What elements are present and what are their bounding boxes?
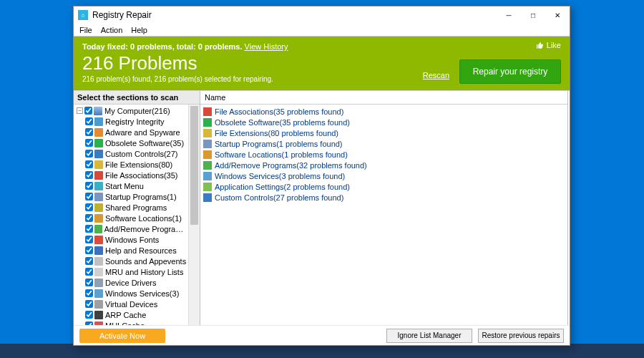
tree-item-checkbox[interactable] [85, 300, 93, 308]
result-label: Windows Services(3 problems found) [215, 172, 345, 180]
ignore-list-manager-button[interactable]: Ignore List Manager [386, 329, 472, 343]
repair-registry-button[interactable]: Repair your registry [459, 59, 561, 84]
section-icon [94, 257, 103, 266]
section-icon [94, 214, 103, 223]
section-icon [94, 139, 103, 147]
tree-root[interactable]: − My Computer(216) [74, 105, 188, 116]
section-icon [94, 246, 103, 255]
tree-item[interactable]: File Associations(35) [74, 170, 188, 180]
section-icon [94, 171, 103, 180]
tree-item-checkbox[interactable] [85, 128, 93, 136]
tree-item[interactable]: MRU and History Lists [74, 266, 188, 277]
results-list[interactable]: File Associations(35 problems found)Obso… [200, 105, 567, 325]
close-button[interactable]: ✕ [545, 6, 570, 24]
fixed-summary-line: Today fixed: 0 problems, total: 0 proble… [82, 42, 561, 51]
collapse-icon[interactable]: − [77, 107, 83, 114]
thumbs-up-icon [536, 42, 544, 49]
tree-item-checkbox[interactable] [85, 225, 93, 233]
tree-item[interactable]: MUI Cache [74, 320, 188, 325]
tree-item[interactable]: Windows Services(3) [74, 288, 188, 299]
result-row[interactable]: File Associations(35 problems found) [203, 106, 565, 117]
tree-item[interactable]: Virtual Devices [74, 299, 188, 309]
tree-item-checkbox[interactable] [85, 139, 93, 147]
tree-item-checkbox[interactable] [85, 203, 93, 211]
tree-item[interactable]: Windows Fonts [74, 234, 188, 245]
tree-item-checkbox[interactable] [85, 171, 93, 179]
result-row[interactable]: File Extensions(80 problems found) [203, 127, 565, 138]
tree-item-label: Windows Fonts [105, 236, 159, 244]
windows-taskbar [0, 344, 644, 358]
tree-item[interactable]: Shared Programs [74, 202, 188, 213]
tree-item-label: Windows Services(3) [105, 289, 179, 298]
restore-previous-repairs-button[interactable]: Restore previous repairs [478, 329, 564, 343]
tree-item-checkbox[interactable] [85, 236, 93, 243]
section-icon [94, 311, 103, 319]
results-column-name[interactable]: Name [200, 91, 567, 105]
tree-item[interactable]: File Extensions(80) [74, 159, 188, 170]
activate-now-button[interactable]: Activate Now [79, 329, 165, 343]
result-label: Custom Controls(27 problems found) [215, 193, 343, 202]
result-icon [203, 172, 212, 180]
app-window: ⌂ Registry Repair ─ □ ✕ File Action Help… [73, 6, 570, 346]
menu-action[interactable]: Action [101, 26, 123, 34]
menu-file[interactable]: File [79, 26, 92, 34]
view-history-link[interactable]: View History [245, 42, 288, 51]
result-row[interactable]: Obsolete Software(35 problems found) [203, 117, 565, 127]
tree-item-checkbox[interactable] [85, 160, 93, 168]
tree-item-checkbox[interactable] [85, 193, 93, 200]
tree-item-label: Startup Programs(1) [105, 193, 177, 201]
maximize-button[interactable]: □ [521, 6, 545, 24]
tree-item-checkbox[interactable] [85, 150, 93, 158]
tree-item-checkbox[interactable] [85, 214, 93, 222]
section-icon [94, 236, 103, 244]
results-pane: Name File Associations(35 problems found… [200, 91, 568, 325]
scrollbar-thumb[interactable] [190, 106, 198, 225]
result-row[interactable]: Application Settings(2 problems found) [203, 181, 565, 192]
result-icon [203, 129, 212, 137]
tree-root-checkbox[interactable] [84, 107, 92, 115]
tree-item[interactable]: Adware and Spyware [74, 127, 188, 137]
result-icon [203, 118, 212, 127]
tree-item-checkbox[interactable] [85, 117, 93, 125]
like-link[interactable]: Like [536, 41, 561, 49]
result-row[interactable]: Software Locations(1 problems found) [203, 149, 565, 160]
tree-item-checkbox[interactable] [85, 182, 93, 190]
result-row[interactable]: Startup Programs(1 problems found) [203, 138, 565, 149]
tree-item[interactable]: ARP Cache [74, 309, 188, 320]
minimize-button[interactable]: ─ [497, 6, 521, 24]
section-icon [94, 182, 103, 190]
tree-item[interactable]: Custom Controls(27) [74, 148, 188, 159]
tree-item[interactable]: Add/Remove Programs(32) [74, 223, 188, 234]
window-title: Registry Repair [92, 10, 152, 20]
tree-item[interactable]: Sounds and Appevents [74, 256, 188, 266]
rescan-link[interactable]: Rescan [423, 71, 449, 79]
result-row[interactable]: Windows Services(3 problems found) [203, 170, 565, 181]
tree-item-label: MRU and History Lists [105, 268, 183, 276]
tree-item-checkbox[interactable] [85, 268, 93, 276]
result-label: Startup Programs(1 problems found) [215, 140, 343, 148]
tree-item[interactable]: Obsolete Software(35) [74, 137, 188, 148]
result-row[interactable]: Custom Controls(27 problems found) [203, 192, 565, 203]
section-icon [94, 225, 102, 233]
result-row[interactable]: Add/Remove Programs(32 problems found) [203, 160, 565, 170]
tree-item-label: Help and Resources [105, 246, 177, 255]
tree-item-checkbox[interactable] [85, 279, 93, 286]
tree-item[interactable]: Help and Resources [74, 245, 188, 256]
tree-item[interactable]: Startup Programs(1) [74, 191, 188, 202]
tree-item[interactable]: Start Menu [74, 180, 188, 191]
tree-item-checkbox[interactable] [85, 246, 93, 254]
tree-item-checkbox[interactable] [85, 257, 93, 265]
tree-scrollbar[interactable] [188, 105, 200, 325]
tree-item-checkbox[interactable] [85, 289, 93, 297]
menu-help[interactable]: Help [131, 26, 147, 34]
tree-item[interactable]: Device Drivers [74, 277, 188, 288]
tree-item-checkbox[interactable] [85, 311, 93, 319]
tree-item-label: Obsolete Software(35) [105, 139, 184, 147]
section-icon [94, 160, 103, 169]
tree-item[interactable]: Software Locations(1) [74, 213, 188, 223]
footer: Activate Now Ignore List Manager Restore… [74, 325, 570, 345]
sections-tree[interactable]: − My Computer(216) Registry IntegrityAdw… [74, 105, 188, 325]
result-icon [203, 107, 212, 116]
menubar: File Action Help [74, 24, 570, 37]
tree-item[interactable]: Registry Integrity [74, 116, 188, 127]
